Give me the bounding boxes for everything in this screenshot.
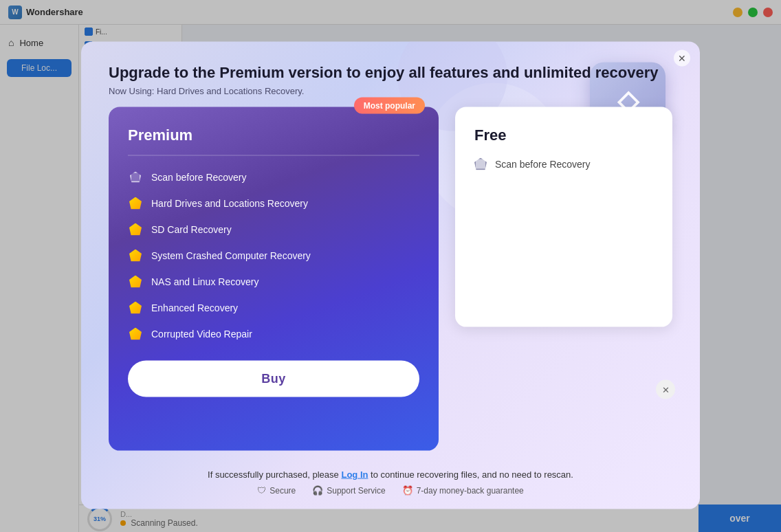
feature-label: NAS and Linux Recovery: [151, 276, 258, 287]
login-link[interactable]: Log In: [341, 469, 368, 480]
premium-feature-list: Scan before Recovery Hard Drives and Loc…: [128, 170, 419, 342]
plan-cards: Most popular Premium Scan before Recover…: [81, 107, 700, 458]
diamond-gold-icon-3: [128, 248, 143, 263]
secure-label: Secure: [270, 485, 296, 495]
guarantee-badge: ⏰ 7-day money-back guarantee: [402, 485, 524, 496]
feature-item-enhanced: Enhanced Recovery: [128, 300, 419, 315]
feature-label: System Crashed Computer Recovery: [151, 250, 311, 261]
feature-item-sd: SD Card Recovery: [128, 222, 419, 237]
feature-label: Hard Drives and Locations Recovery: [151, 198, 308, 209]
feature-item-hdd: Hard Drives and Locations Recovery: [128, 196, 419, 211]
shield-icon: 🛡: [257, 485, 266, 496]
diamond-gold-icon: [128, 196, 143, 211]
free-feature-label: Scan before Recovery: [495, 159, 591, 170]
diamond-gold-icon-2: [128, 222, 143, 237]
secure-badge: 🛡 Secure: [257, 485, 296, 496]
support-label: Support Service: [327, 485, 385, 495]
feature-item-nas: NAS and Linux Recovery: [128, 274, 419, 289]
modal-title: Upgrade to the Premium version to enjoy …: [109, 64, 672, 82]
headset-icon: 🎧: [312, 485, 323, 496]
close-icon: ✕: [678, 53, 686, 64]
most-popular-badge: Most popular: [354, 98, 425, 114]
upgrade-modal: ◇ ◇ ✕ Upgrade to the Premium version to …: [81, 42, 700, 509]
free-title: Free: [474, 126, 653, 144]
diamond-gold-icon-4: [128, 274, 143, 289]
buy-button[interactable]: Buy: [128, 361, 419, 397]
footer-text: If successfully purchased, please Log In…: [109, 469, 672, 480]
free-feature-item-scan: Scan before Recovery: [474, 158, 653, 170]
guarantee-label: 7-day money-back guarantee: [417, 485, 524, 495]
modal-footer: If successfully purchased, please Log In…: [81, 458, 700, 509]
feature-item-video: Corrupted Video Repair: [128, 326, 419, 342]
footer-badges: 🛡 Secure 🎧 Support Service ⏰ 7-day money…: [109, 485, 672, 496]
premium-title: Premium: [128, 126, 419, 156]
clock-icon: ⏰: [402, 485, 413, 496]
modal-subtitle: Now Using: Hard Drives and Locations Rec…: [109, 86, 672, 96]
diamond-outline-icon: [128, 170, 143, 185]
free-card-close-button[interactable]: ✕: [656, 380, 675, 399]
footer-text-after: to continue recovering files, and no nee…: [371, 469, 573, 480]
feature-item-crash: System Crashed Computer Recovery: [128, 248, 419, 263]
feature-item-scan: Scan before Recovery: [128, 170, 419, 185]
diamond-gold-icon-5: [128, 300, 143, 315]
modal-close-button[interactable]: ✕: [674, 50, 690, 67]
diamond-gold-icon-6: [128, 326, 143, 342]
premium-card: Most popular Premium Scan before Recover…: [109, 107, 439, 451]
free-card: Free Scan before Recovery: [455, 107, 672, 327]
feature-label: Scan before Recovery: [151, 172, 247, 183]
feature-label: Enhanced Recovery: [151, 302, 238, 313]
feature-label: Corrupted Video Repair: [151, 329, 252, 340]
support-badge: 🎧 Support Service: [312, 485, 385, 496]
footer-text-before: If successfully purchased, please: [208, 469, 339, 480]
feature-label: SD Card Recovery: [151, 224, 232, 235]
free-diamond-icon: [474, 158, 487, 170]
